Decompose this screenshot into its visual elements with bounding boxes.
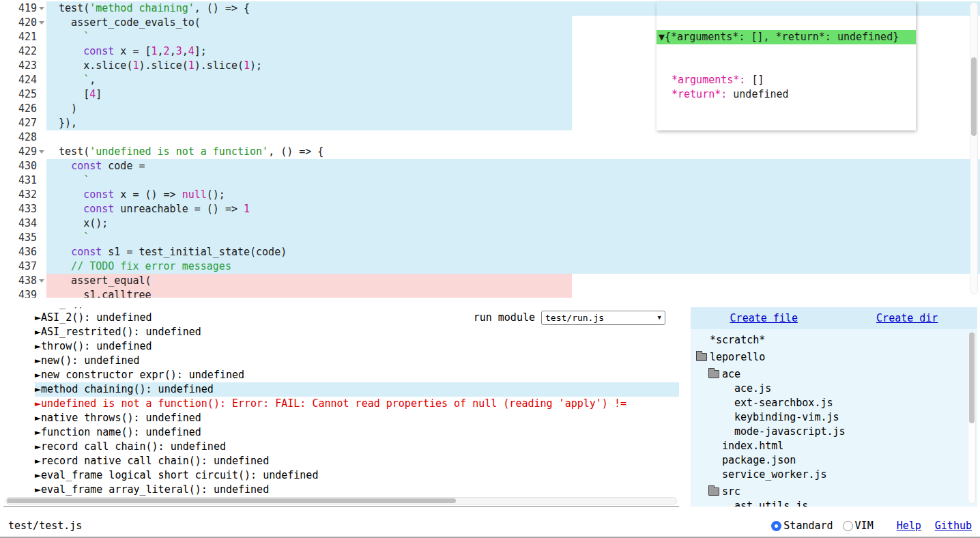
editor-scrollbar-thumb[interactable]: [971, 57, 977, 136]
line-gutter[interactable]: 427: [0, 116, 46, 130]
line-gutter[interactable]: 434: [0, 216, 46, 231]
code-text[interactable]: test('undefined is not a function', () =…: [46, 145, 980, 159]
line-gutter[interactable]: 437: [0, 259, 46, 274]
create-file-link[interactable]: Create file: [730, 311, 798, 326]
console-row[interactable]: ►ASI_restrited(): undefined: [35, 325, 679, 339]
line-gutter[interactable]: 420: [0, 16, 46, 30]
line-gutter[interactable]: 439: [0, 288, 46, 298]
line-gutter[interactable]: 429: [0, 145, 46, 159]
file-item[interactable]: package.json: [691, 453, 977, 468]
expand-arrow-icon[interactable]: ►: [35, 368, 41, 382]
filetree-scrollbar[interactable]: [968, 332, 976, 504]
code-line[interactable]: 439 s1.calltree: [0, 288, 980, 298]
expand-arrow-icon[interactable]: ►: [35, 454, 41, 468]
console-row[interactable]: ►new constructor expr(): undefined: [35, 368, 679, 382]
file-item[interactable]: *scratch*: [691, 333, 977, 348]
expand-arrow-icon[interactable]: ►: [35, 382, 41, 397]
file-item[interactable]: ast_utils.js: [691, 499, 977, 507]
line-gutter[interactable]: 424: [0, 73, 46, 87]
github-link[interactable]: Github: [935, 520, 972, 532]
fold-toggle[interactable]: [37, 1, 46, 16]
code-line[interactable]: 436 const s1 = test_initial_state(code): [0, 245, 980, 259]
code-editor[interactable]: 419 test('method chaining', () => {420 a…: [0, 0, 980, 298]
fold-toggle[interactable]: [37, 274, 46, 288]
expand-arrow-icon[interactable]: ►: [35, 425, 41, 440]
keybinding-standard-option[interactable]: Standard: [771, 520, 842, 532]
module-select[interactable]: test/run.js ▼: [541, 311, 665, 325]
expand-arrow-icon[interactable]: ►: [35, 354, 41, 368]
code-line[interactable]: 429 test('undefined is not a function', …: [0, 145, 980, 159]
file-item[interactable]: index.html: [691, 439, 977, 453]
line-gutter[interactable]: 425: [0, 87, 46, 102]
console-row[interactable]: ►native throws(): undefined: [35, 411, 679, 425]
help-link[interactable]: Help: [897, 520, 921, 532]
line-gutter[interactable]: 436: [0, 245, 46, 259]
console-row[interactable]: ►record native call chain(): undefined: [35, 454, 679, 468]
line-gutter[interactable]: 423: [0, 59, 46, 73]
expand-arrow-icon[interactable]: ►: [35, 440, 41, 454]
code-text[interactable]: // TODO fix error messages: [46, 259, 980, 274]
code-line[interactable]: 431 `: [0, 173, 980, 188]
code-text[interactable]: const s1 = test_initial_state(code): [46, 245, 980, 259]
line-gutter[interactable]: 433: [0, 202, 46, 216]
console-row[interactable]: ►new(): undefined: [35, 354, 679, 368]
keybinding-vim-option[interactable]: VIM: [843, 520, 883, 532]
code-text[interactable]: const unreachable = () => 1: [46, 202, 980, 216]
folder-item[interactable]: ace: [691, 367, 977, 382]
fold-toggle[interactable]: [37, 145, 46, 159]
code-line[interactable]: 435 `: [0, 231, 980, 245]
create-dir-link[interactable]: Create dir: [876, 311, 938, 326]
console-row[interactable]: ►function name(): undefined: [35, 425, 679, 440]
code-text[interactable]: [46, 130, 980, 145]
expand-arrow-icon[interactable]: ►: [35, 339, 41, 354]
file-item[interactable]: ext-searchbox.js: [691, 396, 977, 410]
expand-arrow-icon[interactable]: ►: [35, 397, 41, 411]
line-gutter[interactable]: 422: [0, 44, 46, 59]
line-gutter[interactable]: 430: [0, 159, 46, 173]
radio-standard-icon[interactable]: [771, 521, 781, 531]
line-gutter[interactable]: 421: [0, 30, 46, 44]
code-line[interactable]: 438 assert_equal(: [0, 274, 980, 288]
code-line[interactable]: 437 // TODO fix error messages: [0, 259, 980, 274]
code-text[interactable]: x();: [46, 216, 980, 231]
editor-scrollbar[interactable]: [970, 2, 978, 294]
console-horizontal-scrollbar[interactable]: [5, 497, 677, 505]
console-row[interactable]: ►eval_frame array_literal(): undefined: [35, 483, 679, 497]
code-text[interactable]: `: [46, 231, 980, 245]
fold-toggle[interactable]: [37, 16, 46, 30]
expand-arrow-icon[interactable]: ►: [35, 325, 41, 339]
code-text[interactable]: assert_equal(: [46, 274, 980, 288]
folder-item[interactable]: src: [691, 485, 977, 499]
expand-arrow-icon[interactable]: ►: [35, 311, 41, 325]
value-tooltip[interactable]: ▼{*arguments*: [], *return*: undefined} …: [657, 1, 916, 130]
line-gutter[interactable]: 438: [0, 274, 46, 288]
file-item[interactable]: mode-javascript.js: [691, 425, 977, 439]
line-gutter[interactable]: 431: [0, 173, 46, 188]
file-item[interactable]: ace.js: [691, 382, 977, 396]
code-line[interactable]: 434 x();: [0, 216, 980, 231]
console-row[interactable]: ►method chaining(): undefined: [35, 382, 679, 397]
console-row[interactable]: ►eval_frame logical short circuit(): und…: [35, 468, 679, 483]
value-tooltip-header[interactable]: ▼{*arguments*: [], *return*: undefined}: [657, 30, 916, 44]
code-line[interactable]: 433 const unreachable = () => 1: [0, 202, 980, 216]
code-line[interactable]: 430 const code =: [0, 159, 980, 173]
file-item[interactable]: keybinding-vim.js: [691, 410, 977, 425]
expand-arrow-icon[interactable]: ►: [35, 483, 41, 497]
line-gutter[interactable]: 432: [0, 188, 46, 202]
line-gutter[interactable]: 426: [0, 102, 46, 116]
code-text[interactable]: s1.calltree: [46, 288, 980, 298]
console-row[interactable]: ►undefined is not a function(): Error: F…: [35, 397, 679, 411]
code-text[interactable]: `: [46, 173, 980, 188]
console-scrollbar-thumb[interactable]: [7, 498, 456, 503]
console-row[interactable]: ►throw(): undefined: [35, 339, 679, 354]
folder-item[interactable]: leporello: [691, 350, 977, 365]
radio-vim-icon[interactable]: [843, 521, 853, 531]
file-item[interactable]: service_worker.js: [691, 468, 977, 482]
line-gutter[interactable]: 419: [0, 1, 46, 16]
code-line[interactable]: 432 const x = () => null();: [0, 188, 980, 202]
code-line[interactable]: 428: [0, 130, 980, 145]
expand-arrow-icon[interactable]: ►: [35, 468, 41, 483]
filetree-scrollbar-thumb[interactable]: [969, 332, 975, 423]
expand-arrow-icon[interactable]: ►: [35, 411, 41, 425]
code-text[interactable]: const x = () => null();: [46, 188, 980, 202]
